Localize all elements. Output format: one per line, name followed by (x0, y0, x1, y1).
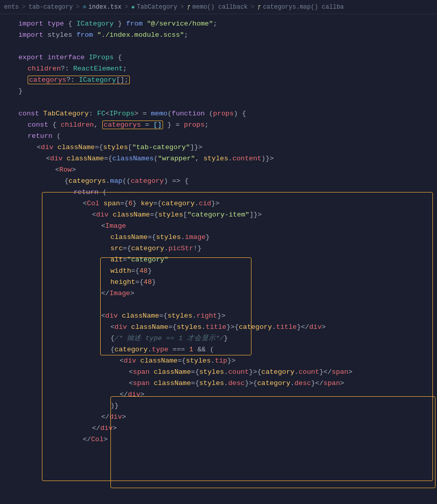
breadcrumb-item-5[interactable]: ƒ memo() callback (187, 4, 248, 11)
code-line-23: width={48} (0, 266, 437, 277)
code-line-8 (0, 97, 437, 108)
code-line-7: } (0, 86, 437, 97)
line-code: <div className={styles["tab-category"]}> (18, 142, 437, 153)
line-code: {/* 抽述 type == 1 才会显示*/} (18, 333, 437, 344)
line-code: </Image> (18, 288, 437, 299)
code-line-22: alt="category" (0, 254, 437, 266)
code-line-3 (0, 41, 437, 52)
line-code: <Image (18, 221, 437, 232)
breadcrumb-label: memo() callback (193, 4, 248, 11)
line-code: const TabCategory: FC<IProps> = memo(fun… (18, 108, 437, 119)
line-code: </div> (18, 389, 437, 400)
code-line-6: categorys?: ICategory[]; (0, 75, 437, 86)
line-code: )} (18, 400, 437, 412)
breadcrumb: ents > tab-category > ⚛ index.tsx > ◈ Ta… (0, 0, 437, 14)
line-code: <div className={styles.tip}> (18, 355, 437, 367)
line-code: height={48} (18, 277, 437, 288)
code-line-20: className={styles.image} (0, 232, 437, 243)
line-code (18, 299, 437, 310)
breadcrumb-item-2[interactable]: tab-category (29, 4, 73, 11)
line-code: <div className={styles["category-item"]}… (18, 209, 437, 221)
line-code: </Col> (18, 434, 437, 445)
breadcrumb-sep-4: > (180, 4, 184, 11)
code-line-17: <Col span={6} key={category.cid}> (0, 198, 437, 209)
breadcrumb-sep-1: > (22, 4, 26, 11)
code-line-28: <div className={styles.title}>{category.… (0, 322, 437, 333)
code-line-34: </div> (0, 389, 437, 400)
code-line-26 (0, 299, 437, 310)
code-line-36: </div> (0, 412, 437, 423)
line-code: import type { ICategory } from "@/servic… (18, 18, 437, 30)
line-code: <Col span={6} key={category.cid}> (18, 198, 437, 209)
breadcrumb-label: TabCategory (137, 4, 177, 11)
line-code: <div className={styles.title}>{category.… (18, 322, 437, 333)
line-code: <div className={classNames("wrapper", st… (18, 153, 437, 164)
code-line-31: <div className={styles.tip}> (0, 355, 437, 367)
line-code: return ( (18, 131, 437, 142)
code-line-21: src={category.picStr!} (0, 243, 437, 254)
code-line-25: </Image> (0, 288, 437, 299)
breadcrumb-label: categorys.map() callba (263, 4, 343, 11)
line-code: {category.type === 1 && ( (18, 344, 437, 355)
line-code: children?: ReactElement; (18, 63, 437, 75)
line-code (18, 97, 437, 108)
code-line-11: return ( (0, 131, 437, 142)
code-line-12: <div className={styles["tab-category"]}> (0, 142, 437, 153)
line-code: <div className={styles.right}> (18, 310, 437, 322)
line-code: <span className={styles.desc}>{category.… (18, 378, 437, 389)
line-code: const { children, categorys = [] } = pro… (18, 119, 437, 131)
func-icon: ƒ (187, 4, 191, 10)
code-line-35: )} (0, 400, 437, 412)
code-line-37: </div> (0, 423, 437, 434)
breadcrumb-sep-3: > (125, 4, 128, 11)
code-line-27: <div className={styles.right}> (0, 310, 437, 322)
line-code: src={category.picStr!} (18, 243, 437, 254)
breadcrumb-label: tab-category (29, 4, 73, 11)
code-line-10: const { children, categorys = [] } = pro… (0, 119, 437, 131)
breadcrumb-item-1[interactable]: ents (4, 4, 19, 11)
line-code: className={styles.image} (18, 232, 437, 243)
line-code: </div> (18, 412, 437, 423)
code-line-18: <div className={styles["category-item"]}… (0, 209, 437, 221)
line-code: <Row> (18, 164, 437, 176)
code-line-32: <span className={styles.count}>{category… (0, 367, 437, 378)
line-code: } (18, 86, 437, 97)
breadcrumb-sep-2: > (76, 4, 79, 11)
class-icon: ◈ (131, 4, 135, 10)
line-code: categorys?: ICategory[]; (18, 75, 437, 86)
line-code: alt="category" (18, 254, 437, 266)
code-line-30: {category.type === 1 && ( (0, 344, 437, 355)
breadcrumb-label: ents (4, 4, 19, 11)
line-code: </div> (18, 423, 437, 434)
code-line-1: import type { ICategory } from "@/servic… (0, 18, 437, 30)
code-line-29: {/* 抽述 type == 1 才会显示*/} (0, 333, 437, 344)
code-line-9: const TabCategory: FC<IProps> = memo(fun… (0, 108, 437, 119)
breadcrumb-item-4[interactable]: ◈ TabCategory (131, 4, 177, 11)
code-line-13: <div className={classNames("wrapper", st… (0, 153, 437, 164)
line-code: <span className={styles.count}>{category… (18, 367, 437, 378)
code-line-2: import styles from "./index.module.scss"… (0, 30, 437, 41)
code-line-33: <span className={styles.desc}>{category.… (0, 378, 437, 389)
breadcrumb-label: index.tsx (88, 4, 122, 11)
line-code (18, 41, 437, 52)
react-icon: ⚛ (83, 3, 86, 11)
func-icon-2: ƒ (258, 4, 261, 10)
breadcrumb-item-6[interactable]: ƒ categorys.map() callba (258, 4, 344, 11)
code-line-24: height={48} (0, 277, 437, 288)
breadcrumb-item-3[interactable]: ⚛ index.tsx (83, 3, 122, 11)
line-code: {categorys.map((category) => { (18, 176, 437, 187)
code-line-16: return ( (0, 187, 437, 198)
code-line-15: {categorys.map((category) => { (0, 176, 437, 187)
line-code: export interface IProps { (18, 52, 437, 63)
line-code: return ( (18, 187, 437, 198)
code-line-4: export interface IProps { (0, 52, 437, 63)
code-line-5: children?: ReactElement; (0, 63, 437, 75)
line-code: import styles from "./index.module.scss"… (18, 30, 437, 41)
breadcrumb-sep-5: > (251, 4, 255, 11)
code-line-38: </Col> (0, 434, 437, 445)
code-editor: import type { ICategory } from "@/servic… (0, 14, 437, 449)
code-line-19: <Image (0, 221, 437, 232)
line-code: width={48} (18, 266, 437, 277)
code-line-14: <Row> (0, 164, 437, 176)
